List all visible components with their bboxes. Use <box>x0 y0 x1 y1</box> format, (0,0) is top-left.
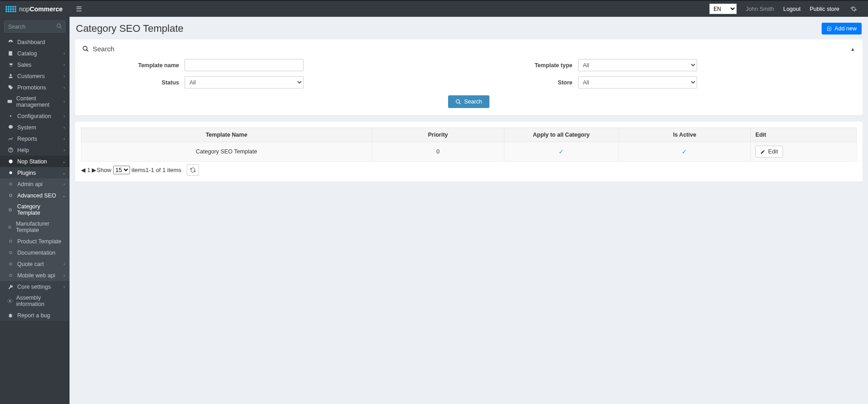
logout-link[interactable]: Logout <box>778 1 805 17</box>
nav-category-template[interactable]: Category Template <box>0 201 70 218</box>
check-icon: ✓ <box>682 148 687 155</box>
pager-info: 1-1 of 1 items <box>145 167 181 173</box>
add-new-button[interactable]: Add new <box>822 23 862 34</box>
nav-core-settings[interactable]: Core settings‹ <box>0 281 70 292</box>
svg-point-2 <box>10 66 10 67</box>
nav-quote-cart[interactable]: Quote cart‹ <box>0 258 70 270</box>
pager-next[interactable]: ▶ <box>92 167 96 173</box>
store-select[interactable]: All <box>578 76 697 89</box>
nav-dashboard[interactable]: Dashboard <box>0 36 70 48</box>
pager-page-1[interactable]: 1 <box>87 167 90 173</box>
search-card-title: Search <box>93 45 115 53</box>
svg-point-17 <box>9 263 11 265</box>
nav-advanced-seo[interactable]: Advanced SEO⌄ <box>0 190 70 201</box>
circle-outline-icon <box>6 225 13 229</box>
search-card: Search ▲ Template name Status All <box>75 39 863 115</box>
search-button[interactable]: Search <box>448 95 489 108</box>
status-select[interactable]: All <box>185 76 304 89</box>
cog-icon <box>6 113 15 119</box>
template-type-select[interactable]: All <box>578 59 697 71</box>
template-name-label: Template name <box>82 62 185 69</box>
nav-report-bug[interactable]: Report a bug <box>0 310 70 321</box>
language-select[interactable]: EN <box>709 4 737 14</box>
circle-outline-icon <box>6 182 15 186</box>
nav-help[interactable]: Help‹ <box>0 144 70 156</box>
circle-outline-icon <box>6 208 15 212</box>
logo-icon <box>5 6 16 12</box>
cell-is-active: ✓ <box>619 142 751 162</box>
svg-point-11 <box>9 183 11 185</box>
svg-point-24 <box>456 99 460 103</box>
nav-catalog[interactable]: Catalog‹ <box>0 48 70 59</box>
svg-point-4 <box>10 74 11 76</box>
cubes-icon <box>6 124 15 130</box>
chevron-left-icon: ‹ <box>64 262 65 266</box>
circle-outline-icon <box>6 251 15 255</box>
search-icon <box>82 45 89 52</box>
svg-point-14 <box>9 226 11 228</box>
cell-edit: Edit <box>751 142 857 162</box>
cell-template-name: Category SEO Template <box>81 142 372 162</box>
nav-system[interactable]: System‹ <box>0 122 70 133</box>
edit-button[interactable]: Edit <box>755 146 783 158</box>
template-type-label: Template type <box>476 62 578 69</box>
svg-point-18 <box>9 274 11 276</box>
settings-icon[interactable] <box>846 1 862 17</box>
user-icon <box>6 73 15 79</box>
svg-point-8 <box>10 151 11 152</box>
results-card: Template Name Priority Apply to all Cate… <box>75 122 863 182</box>
logo[interactable]: nopCommerce <box>0 1 70 17</box>
nav-configuration[interactable]: Configuration‹ <box>0 110 70 122</box>
public-store-link[interactable]: Public store <box>805 1 844 17</box>
template-name-input[interactable] <box>185 59 304 71</box>
col-apply-all: Apply to all Category <box>504 128 619 142</box>
show-label: Show <box>96 167 111 173</box>
page-size-select[interactable]: 15 <box>113 166 130 174</box>
chevron-left-icon: ‹ <box>64 137 65 141</box>
sidebar-nav: Dashboard Catalog‹ Sales‹ Customers‹ Pro… <box>0 36 70 321</box>
nav-product-template[interactable]: Product Template <box>0 236 70 247</box>
svg-line-1 <box>60 27 61 28</box>
svg-point-9 <box>9 159 12 163</box>
chevron-left-icon: ‹ <box>64 125 65 130</box>
circle-outline-icon <box>6 273 15 277</box>
gear-icon <box>6 298 14 304</box>
col-edit: Edit <box>751 128 857 142</box>
svg-point-0 <box>57 24 61 28</box>
pager-prev[interactable]: ◀ <box>81 167 85 173</box>
chevron-left-icon: ‹ <box>64 285 65 289</box>
nav-promotions[interactable]: Promotions‹ <box>0 82 70 93</box>
wrench-icon <box>6 284 15 290</box>
nav-customers[interactable]: Customers‹ <box>0 70 70 82</box>
bug-icon <box>6 313 15 318</box>
cell-priority: 0 <box>372 142 504 162</box>
items-label: items <box>131 167 145 173</box>
chevron-left-icon: ‹ <box>64 273 65 278</box>
results-table: Template Name Priority Apply to all Cate… <box>81 128 857 162</box>
nav-admin-api[interactable]: Admin api‹ <box>0 178 70 190</box>
nav-content-management[interactable]: Content management‹ <box>0 93 70 110</box>
svg-point-12 <box>9 194 11 197</box>
desktop-icon <box>6 99 14 105</box>
refresh-button[interactable] <box>187 164 199 176</box>
nav-sales[interactable]: Sales‹ <box>0 59 70 70</box>
nav-assembly-info[interactable]: Assembly information <box>0 292 70 310</box>
nav-mobile-web-api[interactable]: Mobile web api‹ <box>0 270 70 281</box>
pencil-icon <box>760 149 765 154</box>
check-icon: ✓ <box>559 148 564 155</box>
collapse-toggle[interactable]: ▲ <box>850 46 855 52</box>
nav-manufacturer-template[interactable]: Manufacturer Template <box>0 218 70 236</box>
chevron-left-icon: ‹ <box>64 63 65 67</box>
svg-point-6 <box>10 115 11 117</box>
circle-outline-icon <box>6 262 15 266</box>
nav-nop-station[interactable]: Nop Station⌄ <box>0 156 70 167</box>
nav-reports[interactable]: Reports‹ <box>0 133 70 144</box>
sidebar-toggle[interactable]: ☰ <box>70 5 88 13</box>
chevron-left-icon: ‹ <box>64 114 65 118</box>
nav-plugins[interactable]: Plugins⌄ <box>0 167 70 178</box>
col-template-name: Template Name <box>81 128 372 142</box>
chevron-left-icon: ‹ <box>64 148 65 153</box>
nav-documentation[interactable]: Documentation <box>0 247 70 258</box>
sidebar: Dashboard Catalog‹ Sales‹ Customers‹ Pro… <box>0 17 70 404</box>
plus-icon <box>827 26 832 31</box>
